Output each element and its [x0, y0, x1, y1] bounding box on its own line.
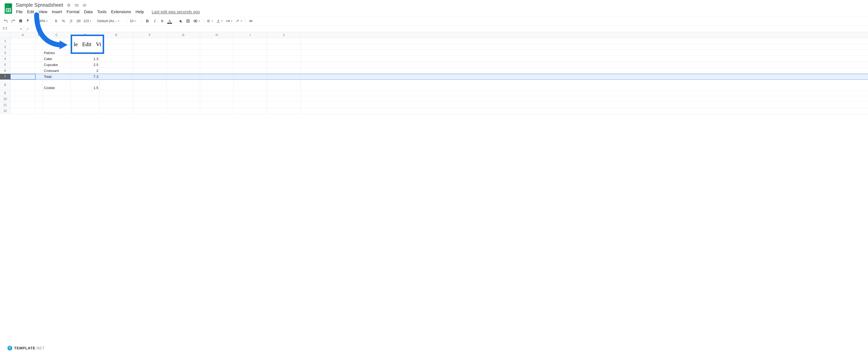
cell-B2[interactable]	[35, 44, 43, 50]
cell-H12[interactable]	[200, 108, 234, 114]
cell-D11[interactable]	[71, 102, 100, 108]
cell-A2[interactable]	[10, 44, 35, 50]
horizontal-align-dropdown[interactable]	[206, 18, 214, 24]
col-header-J[interactable]: J	[267, 32, 301, 38]
menu-extensions[interactable]: Extensions	[111, 9, 131, 14]
cell-J2[interactable]	[267, 44, 301, 50]
cell-F4[interactable]	[133, 56, 166, 62]
cell-G12[interactable]	[166, 108, 200, 114]
cell-B7[interactable]	[35, 74, 43, 79]
menu-file[interactable]: File	[16, 9, 23, 14]
col-header-E[interactable]: E	[100, 32, 133, 38]
menu-edit[interactable]: Edit	[27, 9, 34, 14]
cell-D9[interactable]	[71, 90, 100, 96]
cell-H5[interactable]	[200, 62, 234, 68]
paint-format-icon[interactable]	[25, 18, 31, 24]
cell-A8[interactable]	[10, 80, 35, 90]
row-header-4[interactable]: 4	[0, 56, 10, 62]
menu-tools[interactable]: Tools	[97, 9, 106, 14]
merge-cells-dropdown[interactable]	[192, 18, 201, 24]
cell-B5[interactable]	[35, 62, 43, 68]
cell-A12[interactable]	[10, 108, 35, 114]
cell-G1[interactable]	[166, 38, 200, 44]
cell-C10[interactable]	[43, 96, 71, 102]
cell-I6[interactable]	[234, 68, 267, 73]
cell-E1[interactable]	[100, 38, 133, 44]
cell-C8[interactable]: Cookie	[43, 80, 71, 90]
cell-J11[interactable]	[267, 102, 301, 108]
cell-G4[interactable]	[166, 56, 200, 62]
print-icon[interactable]	[18, 18, 24, 24]
redo-icon[interactable]	[10, 18, 17, 24]
cell-J5[interactable]	[267, 62, 301, 68]
cell-H6[interactable]	[200, 68, 234, 73]
cell-A3[interactable]	[10, 50, 35, 56]
strikethrough-button[interactable]: S	[159, 18, 165, 24]
cell-F7[interactable]	[133, 74, 166, 79]
menu-insert[interactable]: Insert	[52, 9, 62, 14]
cell-A7[interactable]	[10, 74, 35, 79]
cell-G3[interactable]	[166, 50, 200, 56]
cell-F8[interactable]	[133, 80, 166, 90]
menu-help[interactable]: Help	[135, 9, 144, 14]
cell-J4[interactable]	[267, 56, 301, 62]
col-header-A[interactable]: A	[10, 32, 35, 38]
text-color-button[interactable]: A	[166, 18, 173, 24]
cell-B10[interactable]	[35, 96, 43, 102]
cell-G8[interactable]	[166, 80, 200, 90]
cell-C2[interactable]	[43, 44, 71, 50]
col-header-F[interactable]: F	[133, 32, 166, 38]
cell-J8[interactable]	[267, 80, 301, 90]
cell-H3[interactable]	[200, 50, 234, 56]
col-header-I[interactable]: I	[234, 32, 267, 38]
cell-I4[interactable]	[234, 56, 267, 62]
cell-A5[interactable]	[10, 62, 35, 68]
cell-C6[interactable]: Croissant	[43, 68, 71, 73]
cell-G11[interactable]	[166, 102, 200, 108]
cell-D5[interactable]: 2.5	[71, 62, 100, 68]
cell-C3[interactable]: Patries	[43, 50, 71, 56]
cell-D6[interactable]: 2	[71, 68, 100, 73]
formula-bar-input[interactable]	[32, 26, 868, 32]
font-family-dropdown[interactable]: Default (Ari...	[96, 18, 124, 24]
cell-E10[interactable]	[100, 96, 133, 102]
cell-I3[interactable]	[234, 50, 267, 56]
cell-F9[interactable]	[133, 90, 166, 96]
cell-F3[interactable]	[133, 50, 166, 56]
cell-I7[interactable]	[234, 74, 267, 79]
cell-H8[interactable]	[200, 80, 234, 90]
row-header-12[interactable]: 12	[0, 108, 10, 114]
cell-B4[interactable]	[35, 56, 43, 62]
cell-I5[interactable]	[234, 62, 267, 68]
cell-A6[interactable]	[10, 68, 35, 73]
insert-link-button[interactable]	[248, 18, 254, 24]
cell-F5[interactable]	[133, 62, 166, 68]
cell-B3[interactable]	[35, 50, 43, 56]
cell-A1[interactable]	[10, 38, 35, 44]
cell-E3[interactable]	[100, 50, 133, 56]
doc-title[interactable]: Sample Spreadsheet	[16, 2, 63, 8]
col-header-H[interactable]: H	[200, 32, 234, 38]
menu-view[interactable]: View	[38, 9, 47, 14]
cell-C1[interactable]	[43, 38, 71, 44]
cell-H4[interactable]	[200, 56, 234, 62]
text-rotation-dropdown[interactable]	[235, 18, 243, 24]
fill-color-button[interactable]	[177, 18, 184, 24]
bold-button[interactable]: B	[144, 18, 150, 24]
select-all-corner[interactable]	[0, 32, 10, 38]
star-icon[interactable]	[67, 3, 71, 7]
cell-I10[interactable]	[234, 96, 267, 102]
cell-I9[interactable]	[234, 90, 267, 96]
cell-H1[interactable]	[200, 38, 234, 44]
cell-H10[interactable]	[200, 96, 234, 102]
cell-B8[interactable]	[35, 80, 43, 90]
cell-J9[interactable]	[267, 90, 301, 96]
font-size-dropdown[interactable]: 10	[129, 18, 140, 24]
undo-icon[interactable]	[3, 18, 9, 24]
cell-J10[interactable]	[267, 96, 301, 102]
cell-J6[interactable]	[267, 68, 301, 73]
cell-G6[interactable]	[166, 68, 200, 73]
cell-F12[interactable]	[133, 108, 166, 114]
borders-button[interactable]	[185, 18, 191, 24]
row-header-2[interactable]: 2	[0, 44, 10, 50]
